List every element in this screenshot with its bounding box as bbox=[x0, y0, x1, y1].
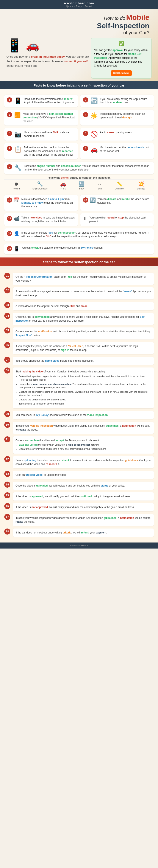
stencil-damage-label: Damage bbox=[137, 187, 145, 190]
calendar-icon: 📅 bbox=[14, 197, 20, 203]
rec-number-13: 13 bbox=[7, 216, 12, 221]
step-badge-5: 05 bbox=[4, 328, 10, 334]
step-content-10: In case your vehicle inspection video do… bbox=[13, 422, 154, 434]
fact-text-4: Inspection can only be carried out in an… bbox=[100, 112, 151, 120]
step-content-14: Once the video is uploaded, we will revi… bbox=[13, 482, 154, 490]
step-row-13: 13 Click on 'Upload Video' to upload the… bbox=[4, 471, 154, 479]
step-content-15: If the video is approved, we will notify… bbox=[13, 492, 154, 500]
front-icon: 🚗 bbox=[60, 181, 66, 187]
facts-section: 1 📱 Download the latest version of the '… bbox=[0, 89, 158, 257]
engine-icon: 🔧 bbox=[37, 181, 43, 187]
step-content-11: Once you complete the video and accept t… bbox=[13, 436, 154, 454]
icici-badge: ICICI Lombard bbox=[111, 70, 131, 76]
stencil-front-label: Front bbox=[60, 187, 65, 190]
fact-item-1: 1 📱 Download the latest version of the '… bbox=[4, 95, 78, 107]
fact-icon-9: 🔧 bbox=[14, 164, 22, 172]
fact-item-8: 8 🚗 You have to record the under chassis… bbox=[80, 143, 154, 159]
fact-number-3: 3 bbox=[7, 112, 12, 117]
fact-text-1: Download the latest version of the 'Insu… bbox=[24, 97, 75, 104]
steps-title: Steps to follow for self-inspection of t… bbox=[43, 260, 115, 264]
hero-content: 📱 🚗 Once you pay for a break-in insuranc… bbox=[6, 38, 152, 79]
video-icon: 📹 bbox=[14, 216, 20, 221]
site-name: icicilombard.com bbox=[0, 1, 158, 5]
step-row-12: 12 Before uploading the video, review an… bbox=[4, 456, 154, 468]
stencil-odometer: 📏 Odometer bbox=[115, 181, 124, 190]
hero-description: Once you pay for a break-in insurance po… bbox=[6, 53, 91, 70]
step-row-11: 11 Once you complete the video and accep… bbox=[4, 436, 154, 454]
rec-number-15: 15 bbox=[7, 231, 12, 236]
step-row-6: 06 If you bought the policy from the web… bbox=[4, 342, 154, 354]
pause-icon: ⏸ bbox=[83, 216, 88, 221]
rec-number-11: 11 bbox=[7, 197, 12, 203]
step-row-10: 10 In case your vehicle inspection video… bbox=[4, 422, 154, 434]
step-content-16: If the video is not approved, we will no… bbox=[13, 503, 154, 511]
fact-number-2: 2 bbox=[83, 97, 88, 102]
fact-text-7: Before the inspection begins, locate the… bbox=[24, 146, 75, 156]
step-content-18: If the car does not meet our underwritin… bbox=[13, 528, 154, 537]
refresh-icon: 🔄 bbox=[90, 197, 96, 203]
hero-mobile: Mobile bbox=[126, 13, 149, 21]
fact-number-4: 4 bbox=[83, 112, 88, 117]
step-content-1: On the 'Proposal Confirmation' page, cli… bbox=[13, 273, 154, 285]
step-row-5: 05 Once you open the notification and cl… bbox=[4, 328, 154, 340]
fact-item-4: 4 ☀️ Inspection can only be carried out … bbox=[80, 110, 154, 125]
stencil-side-label: Side bbox=[98, 187, 102, 190]
page-header: icicilombard.com Quick · Easy · Smart bbox=[0, 0, 158, 9]
page-footer: icicilombard.com bbox=[0, 542, 158, 549]
fact-item-9: 9 🔧 Locate the engine number and chassis… bbox=[4, 162, 154, 174]
fact-text-9: Locate the engine number and chassis num… bbox=[24, 164, 151, 172]
footer-text: icicilombard.com bbox=[70, 544, 88, 547]
rec-item-13: 13 📹 Take a new video in case the inspec… bbox=[4, 213, 78, 226]
hero-how-to: How to do bbox=[104, 16, 125, 21]
fact-number-1: 1 bbox=[7, 97, 12, 102]
step-badge-18: 18 bbox=[4, 528, 10, 534]
step-content-13: Click on 'Upload Video' to upload the vi… bbox=[13, 471, 154, 479]
step-8-bullets: Before the inspection begins, locate the… bbox=[19, 375, 151, 406]
stencil-record-label: Record bbox=[13, 187, 20, 190]
fact-text-3: Make sure you have a high-speed internet… bbox=[23, 112, 75, 123]
step-badge-9: 09 bbox=[4, 411, 10, 417]
stencil-odometer-label: Odometer bbox=[115, 187, 124, 190]
stencil-side: ↔ Side bbox=[97, 181, 102, 190]
rec-item-13b: ⏸ You can either record or stop the vide… bbox=[80, 213, 154, 226]
stencil-front: 🚗 Front bbox=[60, 181, 66, 190]
hero-section: How to do Mobile Self-Inspection of your… bbox=[0, 9, 158, 81]
check-icon: ✅ bbox=[119, 41, 124, 46]
step-badge-10: 10 bbox=[4, 422, 10, 428]
car-icon: 🚗 bbox=[26, 39, 39, 52]
step-row-17: 17 In case your vehicle inspection video… bbox=[4, 514, 154, 526]
rec-text-12: You can discard and retake the video bef… bbox=[98, 197, 151, 205]
step-row-7: 07 You should check out the demo video b… bbox=[4, 357, 154, 365]
policy-icon: 📱 bbox=[14, 246, 20, 252]
side-icon: ↔ bbox=[97, 181, 102, 187]
step-content-17: In case your vehicle inspection video do… bbox=[13, 514, 154, 526]
rec-item-11: 11 📅 Make a video between 9 am to 4 pm f… bbox=[4, 195, 78, 211]
fact-text-8: You have to record the under chassis par… bbox=[100, 146, 151, 153]
stencil-damage: 💥 Damage bbox=[137, 181, 145, 190]
rec-item-16: 16 📱 You can check the status of the vid… bbox=[4, 244, 154, 254]
site-tagline: Quick · Easy · Smart bbox=[0, 5, 158, 7]
fact-text-5: Your mobile should have 3MP or above cam… bbox=[24, 131, 75, 138]
recording-grid: 11 📅 Make a video between 9 am to 4 pm f… bbox=[4, 195, 154, 254]
fact-item-2: 2 🔄 If you are already having the App, e… bbox=[80, 95, 154, 107]
facts-section-header: Facts to know before initiating a self-i… bbox=[0, 81, 158, 89]
step-row-14: 14 Once the video is uploaded, we will r… bbox=[4, 482, 154, 490]
fact-icon-1: 📱 bbox=[14, 97, 22, 104]
stencil-engine: 🔧 Engine/Chassis bbox=[32, 181, 47, 190]
step-badge-1: 01 bbox=[4, 273, 10, 279]
step-badge-2: 02 bbox=[4, 287, 10, 293]
step-content-4: Once the App is downloaded and you sign-… bbox=[13, 313, 154, 325]
facts-grid: 1 📱 Download the latest version of the '… bbox=[4, 95, 154, 175]
fact-item-7: 7 📋 Before the inspection begins, locate… bbox=[4, 143, 78, 159]
rec-text-13b: You can either record or stop the video,… bbox=[89, 216, 151, 223]
step-content-5: Once you open the notification and click… bbox=[13, 328, 154, 340]
stencil-back: 🔙 Back bbox=[79, 181, 84, 190]
step-content-3: A link to download the app will be sent … bbox=[13, 302, 154, 310]
step-badge-7: 07 bbox=[4, 357, 10, 363]
facts-title: Facts to know before initiating a self-i… bbox=[34, 84, 124, 87]
rec-number-16: 16 bbox=[7, 246, 12, 251]
fact-icon-5: 📷 bbox=[14, 131, 22, 138]
step-badge-11: 11 bbox=[4, 436, 10, 442]
fact-text-6: Avoid closed parking areas bbox=[100, 131, 132, 134]
fact-icon-8: 🚗 bbox=[90, 146, 98, 153]
